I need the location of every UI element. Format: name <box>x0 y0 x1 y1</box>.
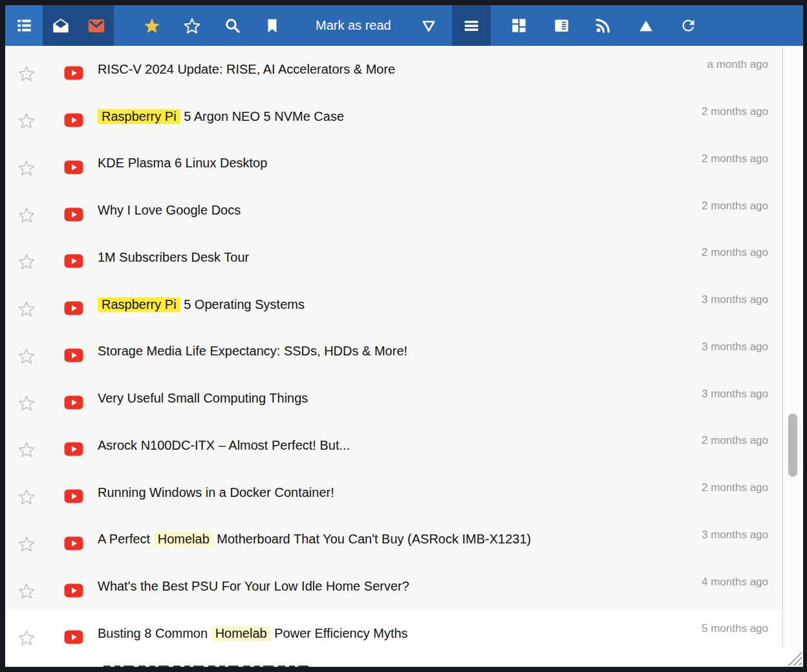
search-button[interactable] <box>212 5 252 46</box>
scrollbar-track[interactable] <box>782 46 803 667</box>
rss-icon <box>594 17 612 34</box>
item-title[interactable]: Raspberry Pi 5 Argon NEO 5 NVMe Case <box>98 109 702 124</box>
title-text: KDE Plasma 6 Linux Desktop <box>98 156 267 170</box>
item-age: 3 months ago <box>702 293 782 306</box>
title-text: Power Efficiency Myths <box>271 626 408 640</box>
starred-filter-button[interactable] <box>132 5 172 46</box>
item-age: 4 months ago <box>702 576 782 589</box>
list-item[interactable]: Storage Media Life Expectancy: SSDs, HDD… <box>5 328 782 375</box>
item-title[interactable]: What's the Best PSU For Your Low Idle Ho… <box>98 579 702 594</box>
list-item[interactable]: KDE Plasma 6 Linux Desktop 2 months ago <box>5 140 782 187</box>
menu-icon <box>462 17 480 35</box>
read-state-toggle-group <box>43 5 114 46</box>
item-title[interactable]: Raspberry Pi 5 Operating Systems <box>98 297 702 312</box>
star-outline-icon[interactable] <box>17 629 36 649</box>
item-age: 3 months ago <box>702 388 782 401</box>
scrollbar-thumb[interactable] <box>788 414 797 477</box>
star-outline-icon[interactable] <box>17 253 36 273</box>
star-outline-icon[interactable] <box>17 300 36 320</box>
list-item[interactable]: Raspberry Pi 5 Operating Systems 3 month… <box>5 281 782 328</box>
star-outline-icon[interactable] <box>17 582 36 603</box>
search-icon <box>224 17 241 34</box>
view-list-button[interactable] <box>5 5 43 46</box>
dashboard-icon <box>510 17 528 34</box>
scroll-to-top-button[interactable] <box>628 5 664 46</box>
mark-read-envelope-button[interactable] <box>43 5 78 46</box>
title-text: Motherboard That You Can't Buy (ASRock I… <box>213 532 531 546</box>
dashboard-view-button[interactable] <box>501 5 537 46</box>
list-item[interactable]: Raspberry Pi 5 Argon NEO 5 NVMe Case 2 m… <box>5 93 782 140</box>
list-item[interactable]: What's the Best PSU For Your Low Idle Ho… <box>5 563 782 610</box>
rss-subscriptions-button[interactable] <box>585 5 621 46</box>
title-text: RISC-V 2024 Update: RISE, AI Accelerator… <box>98 62 395 76</box>
youtube-icon <box>64 395 83 412</box>
list-item[interactable]: Why I Love Google Docs 2 months ago <box>5 187 782 234</box>
bookmark-icon <box>264 17 281 34</box>
title-text: 5 Argon NEO 5 NVMe Case <box>180 109 344 123</box>
youtube-icon <box>64 66 83 83</box>
filter-dropdown-button[interactable] <box>411 5 447 46</box>
reader-view-icon <box>553 17 570 34</box>
resize-grip-icon[interactable] <box>785 649 802 666</box>
item-title[interactable]: KDE Plasma 6 Linux Desktop <box>98 156 702 171</box>
item-title[interactable]: RISC-V 2024 Update: RISE, AI Accelerator… <box>98 62 707 77</box>
youtube-icon <box>64 442 83 459</box>
youtube-icon <box>64 348 83 365</box>
star-outline-icon[interactable] <box>17 488 36 509</box>
title-text: Running Windows in a Docker Container! <box>98 485 334 499</box>
reader-view-button[interactable] <box>544 5 580 46</box>
star-outline-icon[interactable] <box>17 535 36 556</box>
list-item[interactable]: 1M Subscribers Desk Tour 2 months ago <box>5 234 782 281</box>
star-outline-icon[interactable] <box>17 65 36 85</box>
open-envelope-icon <box>52 17 70 35</box>
star-outline-icon[interactable] <box>17 206 36 227</box>
item-age: 5 months ago <box>702 622 782 635</box>
star-outline-icon[interactable] <box>17 394 36 415</box>
list-item[interactable]: A Perfect Homelab Motherboard That You C… <box>5 516 782 563</box>
star-outline-icon[interactable] <box>17 159 36 180</box>
star-outline-icon[interactable] <box>17 112 36 132</box>
view-list-icon <box>16 17 33 34</box>
item-age: 3 months ago <box>702 529 782 541</box>
highlighted-term: Homelab <box>211 626 271 641</box>
list-item[interactable]: Asrock N100DC-ITX – Almost Perfect! But.… <box>5 422 782 469</box>
youtube-icon <box>64 254 83 271</box>
item-title[interactable]: Why I Love Google Docs <box>98 203 702 218</box>
item-title[interactable]: Storage Media Life Expectancy: SSDs, HDD… <box>98 344 702 359</box>
star-toggle-button[interactable] <box>172 5 212 46</box>
list-item[interactable]: RISC-V 2024 Update: RISE, AI Accelerator… <box>5 46 782 93</box>
refresh-button[interactable] <box>671 5 707 46</box>
star-outline-icon[interactable] <box>17 441 36 461</box>
item-age: 2 months ago <box>702 152 782 165</box>
item-title[interactable]: 1M Subscribers Desk Tour <box>98 250 702 265</box>
title-text: 5 Operating Systems <box>180 297 305 311</box>
list-item[interactable]: Very Useful Small Computing Things 3 mon… <box>5 375 782 422</box>
item-title[interactable]: A Perfect Homelab Motherboard That You C… <box>98 532 702 547</box>
app-window: Mark as read <box>5 5 803 667</box>
scrollbar-corner <box>782 647 803 667</box>
star-outline-icon <box>183 17 201 35</box>
title-text: Very Useful Small Computing Things <box>98 391 308 405</box>
triangle-up-icon <box>638 17 654 34</box>
bookmark-button[interactable] <box>252 5 292 46</box>
refresh-icon <box>680 17 697 34</box>
item-age: a month ago <box>707 58 782 71</box>
highlighted-term: Raspberry Pi <box>98 109 180 124</box>
star-outline-icon[interactable] <box>17 347 36 368</box>
unread-envelope-button[interactable] <box>78 5 114 46</box>
list-item[interactable]: Running Windows in a Docker Container! 2… <box>5 469 782 516</box>
title-text: A Perfect <box>98 532 154 546</box>
youtube-icon <box>64 160 83 177</box>
youtube-icon <box>64 113 83 130</box>
item-title[interactable]: Busting 8 Common Homelab Power Efficienc… <box>98 626 702 641</box>
item-age: 2 months ago <box>702 105 782 118</box>
list-item[interactable]: Busting 8 Common Homelab Power Efficienc… <box>5 610 782 657</box>
title-text: Busting 8 Common <box>98 626 211 640</box>
mark-as-read-button[interactable]: Mark as read <box>312 5 395 46</box>
item-title[interactable]: Asrock N100DC-ITX – Almost Perfect! But.… <box>98 438 702 453</box>
menu-button[interactable] <box>452 5 491 46</box>
item-title[interactable]: Very Useful Small Computing Things <box>98 391 702 406</box>
item-title[interactable]: Running Windows in a Docker Container! <box>98 485 702 500</box>
youtube-icon <box>64 630 83 647</box>
article-rows: RISC-V 2024 Update: RISE, AI Accelerator… <box>5 46 782 667</box>
